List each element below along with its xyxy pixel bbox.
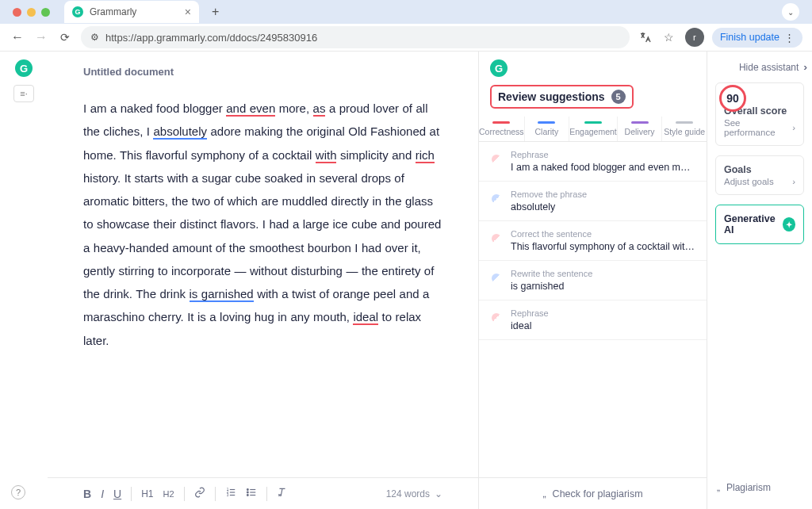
separator [266,487,267,501]
suggestion-item[interactable]: RephraseI am a naked food blogger and ev… [479,142,707,182]
underline-rich[interactable]: rich [416,148,435,163]
separator [215,487,216,501]
profile-avatar[interactable]: r [685,28,704,47]
tab-style-guide[interactable]: Style guide [662,117,707,141]
overall-score-card[interactable]: 90 Overall score See performance› [715,82,804,146]
editor-column: Untitled document I am a naked food blog… [48,52,478,509]
grammarly-logo[interactable]: G [15,59,33,77]
svg-point-9 [247,489,248,491]
svg-text:3: 3 [226,493,228,497]
underline-is-garnished[interactable]: is garnished [190,287,254,302]
chevron-right-icon: › [792,177,795,186]
underline-absolutely[interactable]: absolutely [153,124,207,140]
tabs-dropdown-icon[interactable]: ⌄ [782,3,799,21]
h1-button[interactable]: H1 [141,488,153,499]
new-tab-button[interactable]: + [205,5,225,19]
suggestion-type: Rephrase [511,308,695,318]
suggestion-text: is garnished [511,281,695,292]
underline-with[interactable]: with [316,148,337,163]
separator [131,487,132,501]
chevron-right-icon: ›› [803,61,804,73]
numbered-list-button[interactable]: 123 [225,487,236,500]
lightbulb-icon: ✦ [783,217,796,232]
translate-icon[interactable] [638,29,653,45]
chevron-right-icon: › [792,123,795,132]
goals-card[interactable]: Goals Adjust goals› [715,155,804,195]
outline-button[interactable]: ≡· [13,85,34,102]
forward-button[interactable]: → [33,30,49,44]
tab-correctness[interactable]: Correctness [479,117,525,141]
plagiarism-check-button[interactable]: „ Check for plagiarism [479,477,707,509]
score-ring: 90 [719,85,746,112]
suggestion-dot [492,234,501,243]
url-text: https://app.grammarly.com/ddocs/24958309… [105,32,317,44]
generative-ai-card[interactable]: Generative AI ✦ [715,205,804,244]
address-bar[interactable]: ⚙ https://app.grammarly.com/ddocs/249583… [81,26,630,48]
hide-assistant-button[interactable]: Hide assistant›› [715,61,804,73]
left-gutter: G ≡· ? [0,52,48,509]
browser-tab[interactable]: G Grammarly × [64,1,199,23]
underline-as[interactable]: as [313,101,326,117]
suggestion-type: Remove the phrase [511,189,695,199]
suggestion-text: absolutely [511,201,695,212]
h2-button[interactable]: H2 [163,489,174,499]
svg-point-10 [247,492,248,493]
reload-button[interactable]: ⟳ [57,31,73,44]
close-tab-icon[interactable]: × [185,6,191,18]
plagiarism-button[interactable]: „ Plagiarism [715,476,804,499]
maximize-window-dot[interactable] [41,8,50,17]
grammarly-favicon: G [72,6,83,17]
suggestion-text: I am a naked food blogger and even more,… [511,162,695,173]
underline-and-even[interactable]: and even [226,101,275,117]
suggestion-item[interactable]: Rephraseideal [479,300,707,340]
format-toolbar: B I U H1 H2 123 124 words ⌄ [48,477,478,509]
tab-engagement[interactable]: Engagement [569,117,618,141]
site-settings-icon[interactable]: ⚙ [90,32,99,43]
clear-format-button[interactable] [277,487,288,500]
suggestion-count-badge: 5 [611,90,626,104]
link-button[interactable] [194,487,205,500]
tab-clarity[interactable]: Clarity [525,117,570,141]
suggestions-panel: G Review suggestions 5 CorrectnessClarit… [478,52,707,509]
quote-icon: „ [542,488,546,499]
suggestion-item[interactable]: Rewrite the sentenceis garnished [479,261,707,300]
document-title[interactable]: Untitled document [48,52,478,97]
side-panel: Hide assistant›› 90 Overall score See pe… [707,52,812,509]
more-icon[interactable]: ⋮ [784,32,795,44]
suggestion-text: ideal [511,320,695,331]
suggestion-list: RephraseI am a naked food blogger and ev… [479,142,707,477]
suggestion-dot [492,313,501,323]
italic-button[interactable]: I [101,488,104,500]
close-window-dot[interactable] [13,8,21,17]
document-body[interactable]: I am a naked food blogger and even more,… [48,97,478,477]
minimize-window-dot[interactable] [27,8,36,17]
bullet-list-button[interactable] [246,487,257,500]
svg-point-11 [247,495,248,496]
window-controls [8,8,50,17]
browser-chrome: G Grammarly × + ⌄ ← → ⟳ ⚙ https://app.gr… [0,0,812,52]
tab-delivery[interactable]: Delivery [618,117,663,141]
suggestion-dot [492,155,501,164]
suggestion-type: Rewrite the sentence [511,269,695,278]
quote-icon: „ [717,482,720,493]
help-icon[interactable]: ? [11,485,25,499]
back-button[interactable]: ← [10,30,25,44]
suggestion-text: This flavorful symphony of a cocktail wi… [511,241,695,252]
grammarly-app: G ≡· ? Untitled document I am a naked fo… [0,52,812,509]
bookmark-icon[interactable]: ☆ [661,29,677,45]
grammarly-logo-small: G [490,59,508,77]
suggestion-tabs: CorrectnessClarityEngagementDeliveryStyl… [479,117,707,142]
finish-update-button[interactable]: Finish update⋮ [712,28,802,48]
review-suggestions-header[interactable]: Review suggestions 5 [490,85,634,109]
bold-button[interactable]: B [83,488,91,500]
word-count[interactable]: 124 words ⌄ [386,488,442,499]
suggestion-item[interactable]: Remove the phraseabsolutely [479,182,707,221]
tab-title: Grammarly [90,6,136,17]
chevron-down-icon: ⌄ [435,488,442,499]
suggestion-item[interactable]: Correct the sentenceThis flavorful symph… [479,221,707,261]
underline-button[interactable]: U [113,488,121,500]
suggestion-type: Correct the sentence [511,229,695,239]
separator [184,487,185,501]
suggestion-dot [492,194,501,204]
underline-ideal[interactable]: ideal [353,310,378,325]
